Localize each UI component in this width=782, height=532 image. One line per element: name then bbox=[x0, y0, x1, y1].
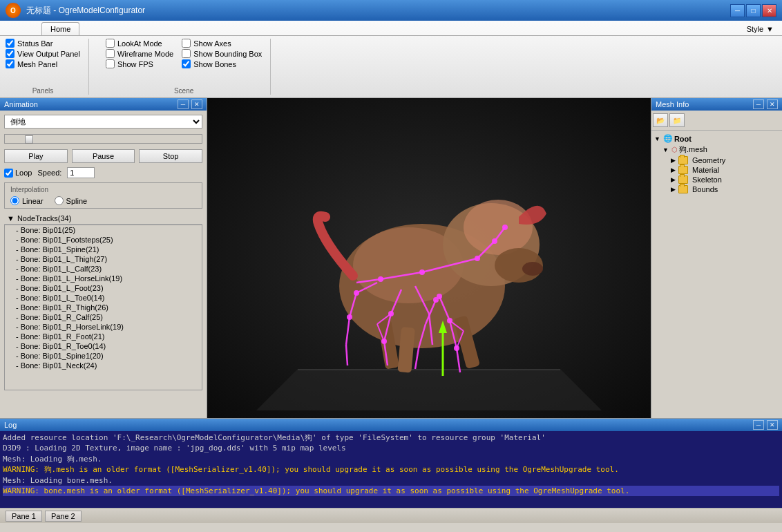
loop-checkbox[interactable] bbox=[4, 169, 13, 178]
tab-home[interactable]: Home bbox=[41, 22, 79, 35]
play-button[interactable]: Play bbox=[4, 149, 68, 163]
log-panel: Log ─ ✕ Added resource location 'F:\_Res… bbox=[0, 418, 782, 508]
loop-label[interactable]: Loop bbox=[4, 169, 32, 178]
panel-pin-button[interactable]: ─ bbox=[178, 99, 189, 109]
skel-expand[interactable]: ▶ bbox=[671, 176, 676, 183]
log-line: D3D9 : Loading 2D Texture, image name : … bbox=[3, 443, 779, 453]
log-panel-header: Log ─ ✕ bbox=[0, 419, 782, 431]
folder-open-button[interactable]: 📂 bbox=[653, 113, 668, 127]
tree-item[interactable]: - Bone: Bip01_L_Thigh(27) bbox=[5, 254, 202, 264]
speed-input[interactable] bbox=[67, 167, 95, 178]
lookat-checkbox[interactable] bbox=[106, 39, 115, 48]
panel-close-button[interactable]: ✕ bbox=[191, 99, 202, 109]
tree-item[interactable]: - Bone: Bip01_L_Foot(23) bbox=[5, 283, 202, 293]
mesh-panel-pin[interactable]: ─ bbox=[753, 99, 764, 109]
minimize-button[interactable]: ─ bbox=[730, 4, 745, 17]
tree-item[interactable]: - Bone: Bip01(25) bbox=[5, 225, 202, 235]
animation-slider[interactable] bbox=[4, 134, 202, 144]
tree-item[interactable]: - Bone: Bip01_Spine(21) bbox=[5, 245, 202, 254]
tree-item[interactable]: - Bone: Bip01_L_Calf(23) bbox=[5, 264, 202, 274]
geo-expand[interactable]: ▶ bbox=[671, 157, 676, 164]
tree-item[interactable]: - Bone: Bip01_R_Foot(21) bbox=[5, 332, 202, 341]
material-label: Material bbox=[692, 166, 719, 174]
show-bounding-checkbox[interactable] bbox=[182, 49, 191, 58]
tree-item[interactable]: - Bone: Bip01_L_HorseLink(19) bbox=[5, 274, 202, 283]
pause-button[interactable]: Pause bbox=[72, 149, 135, 163]
mesh-info-title: Mesh Info bbox=[656, 100, 689, 108]
close-button[interactable]: ✕ bbox=[762, 4, 776, 17]
tree-item[interactable]: - Bone: Bip01_R_Thigh(26) bbox=[5, 303, 202, 312]
log-pin-button[interactable]: ─ bbox=[753, 420, 764, 430]
tree-skeleton[interactable]: ▶ Skeleton bbox=[654, 175, 779, 184]
spline-option[interactable]: Spline bbox=[55, 196, 88, 205]
tree-item[interactable]: - Bone: Bip01_R_Calf(25) bbox=[5, 312, 202, 322]
mesh-toolbar: 📂 📁 bbox=[651, 111, 782, 131]
mesh-expand[interactable]: ▼ bbox=[662, 146, 669, 153]
svg-point-46 bbox=[347, 314, 352, 320]
show-fps-item: Show FPS bbox=[106, 59, 173, 68]
svg-point-37 bbox=[419, 269, 425, 275]
svg-marker-1 bbox=[298, 369, 560, 370]
node-tracks-list[interactable]: - Bone: Bip01(25)- Bone: Bip01_Footsteps… bbox=[4, 225, 202, 390]
wireframe-checkbox[interactable] bbox=[106, 49, 115, 58]
stop-button[interactable]: Stop bbox=[139, 149, 202, 163]
maximize-button[interactable]: □ bbox=[746, 4, 761, 17]
linear-radio[interactable] bbox=[10, 196, 19, 205]
show-fps-checkbox[interactable] bbox=[106, 59, 115, 68]
tree-bounds[interactable]: ▶ Bounds bbox=[654, 184, 779, 194]
panel-header-controls: ─ ✕ bbox=[178, 99, 202, 109]
node-tracks-header: ▼ NodeTracks(34) bbox=[4, 213, 202, 225]
tree-item[interactable]: - Bone: Bip01_L_Toe0(14) bbox=[5, 293, 202, 303]
folder-button[interactable]: 📁 bbox=[669, 113, 685, 127]
bounds-expand[interactable]: ▶ bbox=[671, 186, 676, 193]
tree-item[interactable]: - Bone: Bip01_Neck(24) bbox=[5, 361, 202, 370]
style-label: Style bbox=[747, 25, 763, 33]
ribbon: Home Style ▼ Status Bar View Output Pane… bbox=[0, 21, 782, 98]
title-bar-controls: ─ □ ✕ bbox=[730, 4, 776, 17]
svg-point-49 bbox=[433, 297, 439, 303]
animation-dropdown[interactable]: 倒地 bbox=[4, 115, 202, 129]
tree-item[interactable]: - Bone: Bip01_R_HorseLink(19) bbox=[5, 322, 202, 332]
tree-geometry[interactable]: ▶ Geometry bbox=[654, 155, 779, 165]
status-panes: Pane 1 Pane 2 bbox=[6, 511, 82, 522]
viewport[interactable] bbox=[207, 98, 651, 418]
status-bar-item: Status Bar bbox=[6, 39, 80, 48]
style-dropdown-icon[interactable]: ▼ bbox=[766, 25, 774, 33]
log-content: Added resource location 'F:\_Research\Og… bbox=[0, 431, 782, 508]
interpolation-group: Interpolation Linear Spline bbox=[4, 182, 202, 209]
status-pane-2: Pane 2 bbox=[45, 511, 82, 522]
log-close-button[interactable]: ✕ bbox=[767, 420, 778, 430]
mesh-panel-checkbox[interactable] bbox=[6, 59, 15, 68]
svg-line-23 bbox=[457, 348, 460, 372]
animation-panel-header: Animation ─ ✕ bbox=[0, 98, 207, 111]
root-expand[interactable]: ▼ bbox=[654, 135, 660, 142]
spline-radio[interactable] bbox=[55, 196, 64, 205]
show-bones-checkbox[interactable] bbox=[182, 59, 191, 68]
mesh-panel-controls: ─ ✕ bbox=[753, 99, 778, 109]
status-bar: Pane 1 Pane 2 bbox=[0, 508, 782, 523]
geometry-folder-icon bbox=[678, 156, 688, 164]
svg-point-5 bbox=[464, 200, 533, 255]
tree-item[interactable]: - Bone: Bip01_Spine1(20) bbox=[5, 351, 202, 361]
mat-expand[interactable]: ▶ bbox=[671, 167, 676, 173]
mesh-panel-close[interactable]: ✕ bbox=[767, 99, 778, 109]
wireframe-mode-item: Wireframe Mode bbox=[106, 49, 173, 58]
status-pane-1: Pane 1 bbox=[6, 511, 42, 522]
root-label: Root bbox=[674, 135, 692, 143]
linear-option[interactable]: Linear bbox=[10, 196, 44, 205]
node-tracks-section: ▼ NodeTracks(34) - Bone: Bip01(25)- Bone… bbox=[4, 213, 202, 414]
svg-point-40 bbox=[502, 225, 508, 230]
viewport-3d[interactable] bbox=[207, 98, 651, 418]
status-bar-checkbox[interactable] bbox=[6, 39, 15, 48]
log-controls: ─ ✕ bbox=[753, 420, 778, 430]
tree-mesh[interactable]: ▼ ⬡ 狗.mesh bbox=[654, 144, 779, 155]
bounds-label: Bounds bbox=[692, 185, 718, 193]
material-folder-icon bbox=[678, 166, 688, 174]
tree-item[interactable]: - Bone: Bip01_R_Toe0(14) bbox=[5, 341, 202, 351]
view-output-checkbox[interactable] bbox=[6, 49, 15, 58]
show-axes-checkbox[interactable] bbox=[182, 39, 191, 48]
app-icon: O bbox=[6, 3, 21, 18]
tree-root[interactable]: ▼ 🌐 Root bbox=[654, 133, 779, 144]
tree-item[interactable]: - Bone: Bip01_Footsteps(25) bbox=[5, 235, 202, 245]
tree-material[interactable]: ▶ Material bbox=[654, 165, 779, 175]
